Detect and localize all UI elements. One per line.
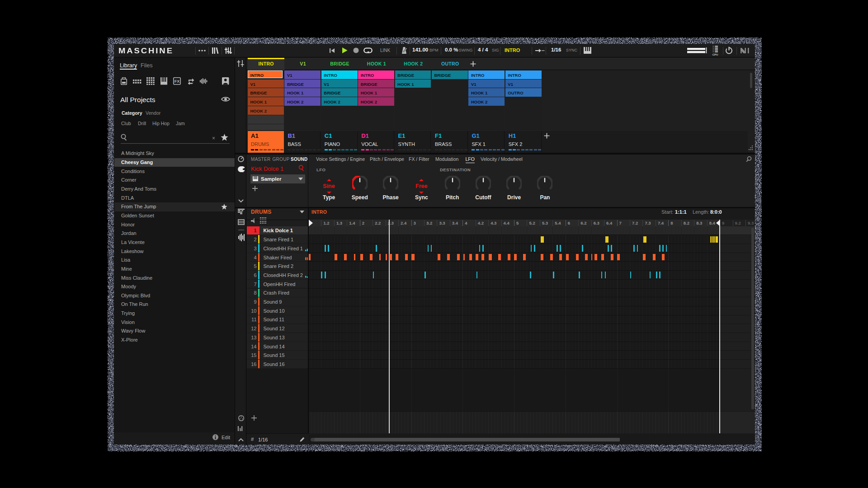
svg-text:FX: FX bbox=[174, 79, 179, 84]
svg-text:CPU: CPU bbox=[712, 53, 718, 56]
